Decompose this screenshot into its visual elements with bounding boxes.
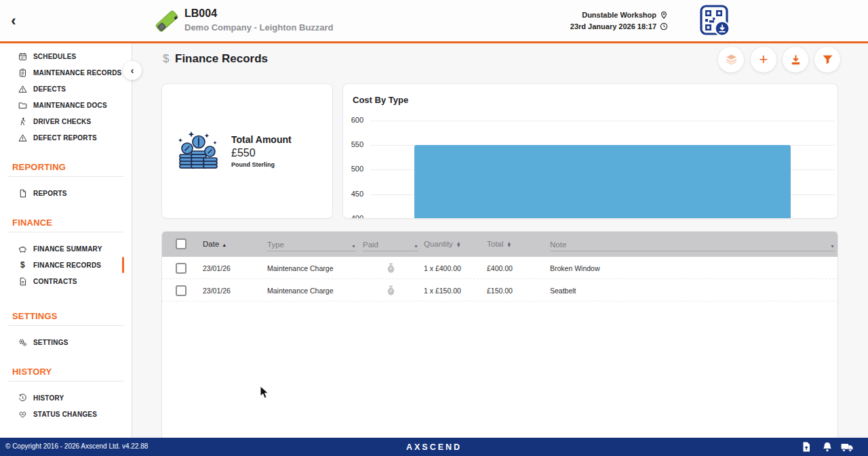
- warning-triangle-icon: [18, 133, 27, 142]
- sidebar-label: SETTINGS: [33, 339, 68, 346]
- select-all-checkbox[interactable]: [176, 239, 186, 249]
- chevron-down-icon: ▼: [414, 244, 418, 249]
- workshop-location: Dunstable Workshop: [582, 11, 656, 19]
- cell-note: Seatbelt: [550, 287, 576, 295]
- sort-ascending-icon: ▲: [222, 243, 226, 247]
- sidebar-label: MAINTENANCE DOCS: [33, 102, 107, 109]
- brand-logo-text: AXSCEND: [0, 442, 868, 452]
- chart-bar-maintenance-charge[interactable]: [414, 145, 791, 219]
- sidebar-label: MAINTENANCE RECORDS: [33, 69, 121, 77]
- sidebar-item-status-changes[interactable]: STATUS CHANGES: [0, 406, 132, 422]
- column-label: Paid: [363, 241, 378, 249]
- cell-quantity: 1 x £400.00: [424, 264, 461, 272]
- clock-icon: [660, 22, 668, 30]
- column-header-total[interactable]: Total▲▼: [487, 240, 511, 248]
- row-checkbox[interactable]: [176, 263, 186, 274]
- download-button[interactable]: [783, 47, 808, 72]
- column-label: Type: [267, 241, 284, 249]
- sort-both-icon: ▲▼: [507, 242, 511, 248]
- sidebar-item-settings[interactable]: SETTINGS: [0, 334, 132, 350]
- sort-both-icon: ▲▼: [456, 242, 461, 248]
- qr-code-download-button[interactable]: [700, 5, 731, 40]
- sidebar-item-driver-checks[interactable]: DRIVER CHECKS: [0, 113, 132, 129]
- sidebar-item-finance-summary[interactable]: FINANCE SUMMARY: [0, 241, 132, 257]
- vehicle-company: Demo Company - Leighton Buzzard: [184, 22, 334, 33]
- y-axis-tick: 550: [343, 140, 363, 148]
- sidebar-label: CONTRACTS: [33, 278, 77, 285]
- table-row[interactable]: 23/01/26 Maintenance Charge 1 x £150.00 …: [162, 280, 837, 302]
- chevron-down-icon: ▼: [351, 244, 356, 249]
- calendar-icon: [18, 52, 27, 61]
- sidebar-item-maintenance-docs[interactable]: MAINTENANCE DOCS: [0, 97, 132, 113]
- section-divider: [8, 176, 123, 177]
- sidebar-label: DRIVER CHECKS: [33, 118, 91, 125]
- sidebar-item-history[interactable]: HISTORY: [0, 390, 132, 406]
- y-axis-tick: 500: [343, 165, 363, 173]
- dollar-icon: $: [18, 260, 27, 270]
- finance-records-table: Date▲ Type▼ Paid▼ Quantity▲▼ Total▲▼ Not…: [161, 231, 838, 438]
- history-clock-icon: [18, 394, 27, 402]
- clipboard-icon: [18, 68, 27, 77]
- top-header: ‹ LB004 Demo Company - Leighton Buzzard …: [0, 0, 868, 41]
- sidebar-label: STATUS CHANGES: [33, 411, 97, 418]
- column-header-quantity[interactable]: Quantity▲▼: [424, 240, 461, 248]
- table-header-row: Date▲ Type▼ Paid▼ Quantity▲▼ Total▲▼ Not…: [162, 232, 837, 257]
- column-label: Date: [203, 240, 219, 248]
- layers-button[interactable]: [718, 47, 744, 72]
- paid-filter-select[interactable]: Paid▼: [363, 235, 418, 251]
- add-record-button[interactable]: +: [751, 47, 776, 72]
- y-axis-tick: 600: [343, 116, 363, 124]
- sidebar-label: DEFECTS: [33, 85, 66, 93]
- truck-icon[interactable]: [841, 441, 853, 453]
- file-upload-icon[interactable]: [801, 441, 812, 453]
- sidebar-label: HISTORY: [33, 394, 64, 402]
- filter-button[interactable]: [814, 47, 840, 72]
- section-title-settings: SETTINGS: [12, 311, 132, 321]
- section-divider: [8, 325, 123, 326]
- section-title-finance: FINANCE: [12, 217, 132, 228]
- cell-type: Maintenance Charge: [267, 264, 333, 272]
- back-button[interactable]: ‹: [5, 12, 22, 30]
- report-document-icon: [18, 189, 27, 198]
- table-row[interactable]: 23/01/26 Maintenance Charge 1 x £400.00 …: [162, 257, 837, 279]
- money-bag-icon: [386, 262, 396, 274]
- row-checkbox[interactable]: [176, 285, 186, 296]
- warning-triangle-icon: [18, 85, 27, 94]
- sidebar-item-schedules[interactable]: SCHEDULES: [0, 48, 132, 64]
- cell-date: 23/01/26: [203, 264, 231, 272]
- sidebar-item-defects[interactable]: DEFECTS: [0, 81, 132, 97]
- sidebar: SCHEDULES MAINTENANCE RECORDS DEFECTS MA…: [0, 43, 132, 438]
- note-filter-select[interactable]: Note▼: [550, 235, 835, 251]
- y-axis-tick: 450: [343, 190, 363, 198]
- gridline: [370, 121, 835, 121]
- notifications-bell-icon[interactable]: [822, 441, 833, 453]
- heart-icon: [18, 410, 27, 419]
- sidebar-item-reports[interactable]: REPORTS: [0, 185, 132, 201]
- sidebar-item-finance-records[interactable]: $ FINANCE RECORDS: [0, 257, 132, 273]
- type-filter-select[interactable]: Type▼: [267, 235, 356, 251]
- gears-icon: [18, 338, 27, 347]
- trailer-icon: [155, 6, 180, 36]
- chevron-down-icon: ▼: [830, 244, 835, 249]
- column-header-date[interactable]: Date▲: [203, 240, 226, 248]
- total-amount-card: Total Amount £550 Pound Sterling: [161, 83, 333, 219]
- main-content: $ Finance Records +: [133, 43, 868, 438]
- coins-icon: [177, 131, 219, 171]
- sidebar-label: REPORTS: [33, 190, 67, 197]
- accent-divider: [0, 41, 868, 43]
- sidebar-label: DEFECT REPORTS: [33, 134, 97, 142]
- sidebar-item-maintenance-records[interactable]: MAINTENANCE RECORDS: [0, 64, 132, 81]
- section-divider: [8, 232, 123, 232]
- column-label: Total: [487, 240, 503, 248]
- cell-total: £400.00: [487, 264, 513, 272]
- mouse-cursor: [260, 386, 269, 399]
- sidebar-item-contracts[interactable]: CONTRACTS: [0, 273, 132, 289]
- sidebar-collapse-button[interactable]: ‹: [123, 61, 142, 80]
- cell-quantity: 1 x £150.00: [424, 287, 461, 295]
- sidebar-item-defect-reports[interactable]: DEFECT REPORTS: [0, 129, 132, 146]
- contract-document-icon: [18, 277, 27, 286]
- cell-note: Broken Window: [550, 264, 600, 272]
- page-title: Finance Records: [175, 52, 268, 66]
- cost-by-type-chart: Cost By Type 600 550 500 450 400: [342, 83, 838, 219]
- cell-type: Maintenance Charge: [267, 287, 333, 295]
